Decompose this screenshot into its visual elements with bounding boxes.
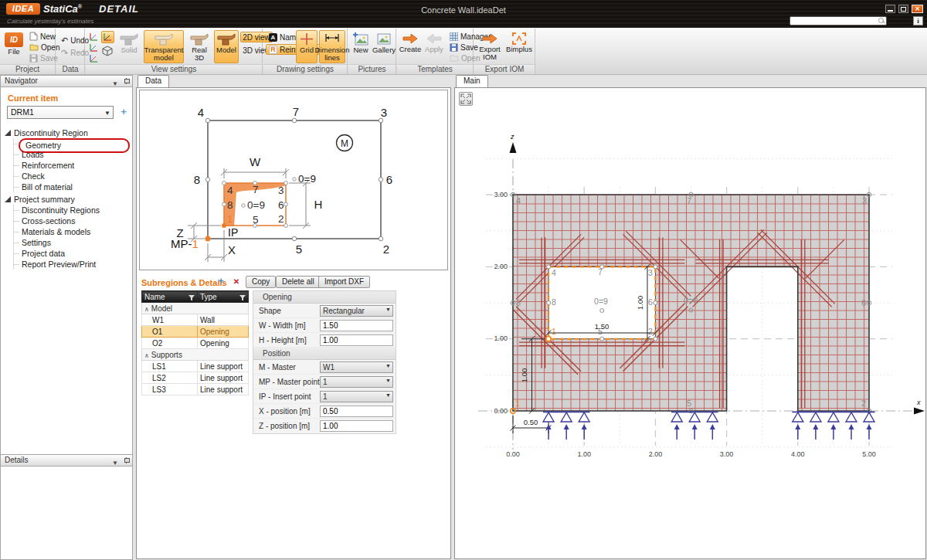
- ribbon: ID File New Open Save Project ↶ Undo: [0, 28, 927, 75]
- shape-select[interactable]: Rectangular▼: [320, 305, 393, 317]
- model-view-button[interactable]: Model: [214, 30, 239, 63]
- expander-icon[interactable]: [4, 196, 12, 202]
- z-position-input[interactable]: [320, 420, 393, 432]
- close-button[interactable]: ✕: [912, 5, 923, 13]
- filter-icon[interactable]: [239, 295, 246, 301]
- details-dropdown-icon[interactable]: ▼: [112, 458, 118, 469]
- reinforcement-icon: R: [269, 46, 277, 54]
- master-point-marker[interactable]: [205, 236, 211, 242]
- table-row-ls2[interactable]: LS2Line support: [142, 372, 249, 384]
- table-row-ls3[interactable]: LS3Line support: [142, 384, 249, 395]
- svg-text:6: 6: [861, 298, 866, 307]
- table-row-o1-selected[interactable]: O1Opening: [142, 326, 249, 338]
- table-row-ls1[interactable]: LS1Line support: [142, 361, 249, 372]
- svg-text:1: 1: [227, 213, 233, 225]
- isometric-cube-icon[interactable]: [102, 46, 113, 59]
- tree-item-settings[interactable]: Settings: [14, 237, 130, 248]
- shape-label: Shape: [259, 307, 281, 315]
- bimplus-button[interactable]: Bimplus: [505, 30, 533, 63]
- column-header-type[interactable]: Type: [198, 291, 249, 303]
- expander-icon[interactable]: [4, 130, 12, 136]
- collapse-icon[interactable]: ∧: [144, 306, 149, 313]
- tree-item-materials-models[interactable]: Materials & models: [14, 226, 130, 237]
- table-header-row: Name Type: [142, 291, 249, 303]
- x-tick-labels: 0.00 1.00 2.00 3.00 4.00 5.00: [506, 450, 876, 458]
- master-point-select[interactable]: 1▼: [320, 376, 393, 388]
- tab-main[interactable]: Main: [456, 75, 488, 88]
- delete-all-button[interactable]: Delete all: [276, 276, 321, 288]
- svg-text:6: 6: [386, 173, 392, 186]
- tree-node-project-summary[interactable]: Project summary: [4, 194, 130, 205]
- delete-subregion-button[interactable]: ✕: [229, 276, 243, 288]
- data-tabstrip: Data: [135, 75, 452, 88]
- copy-button[interactable]: Copy: [246, 276, 276, 288]
- schematic-dim-x-label: X: [228, 243, 236, 256]
- axes-view-selected-icon[interactable]: [101, 31, 114, 43]
- apply-template-button[interactable]: Apply: [423, 30, 446, 63]
- search-input[interactable]: [792, 17, 875, 25]
- svg-text:4: 4: [198, 106, 204, 119]
- insert-point-select[interactable]: 1▼: [320, 391, 393, 402]
- o1-insert-point-marker[interactable]: [546, 337, 551, 341]
- search-box: [789, 16, 887, 25]
- tree-item-check[interactable]: Check: [14, 171, 130, 182]
- info-button[interactable]: i: [913, 16, 923, 25]
- current-item-label: Current item: [8, 93, 58, 103]
- tree-item-reinforcement[interactable]: Reinforcement: [14, 160, 130, 171]
- new-picture-icon: [353, 32, 368, 46]
- insert-point-marker[interactable]: [222, 223, 226, 228]
- master-select[interactable]: W1▼: [320, 361, 393, 373]
- maximize-button[interactable]: [898, 5, 908, 13]
- subregions-table: Name Type ∧Model W1Wall O1Opening O2Open…: [141, 290, 249, 395]
- document-title: Concrete Wall.ideaDet: [0, 5, 927, 15]
- new-project-button[interactable]: New: [26, 31, 59, 42]
- tree-item-loads[interactable]: Loads: [14, 149, 130, 160]
- width-input[interactable]: [320, 320, 393, 331]
- save-floppy-icon: [29, 54, 38, 63]
- group-row-model[interactable]: ∧Model: [142, 303, 249, 314]
- ribbon-group-templates: Create Apply Manager Save Open Templates: [397, 29, 474, 74]
- group-label-project: Project: [0, 64, 55, 74]
- svg-text:5: 5: [253, 214, 259, 226]
- dimension-lines-toggle-button[interactable]: Dimension lines: [319, 30, 345, 63]
- tree-node-discontinuity-region[interactable]: Discontinuity Region: [4, 127, 130, 138]
- group-row-supports[interactable]: ∧Supports: [142, 349, 249, 361]
- new-picture-button[interactable]: New: [350, 30, 372, 63]
- transparent-model-button[interactable]: Transparent model: [144, 30, 184, 63]
- real-3d-button[interactable]: Real 3D: [186, 30, 212, 63]
- gallery-button[interactable]: Gallery: [373, 30, 395, 63]
- add-region-button[interactable]: +: [117, 107, 130, 118]
- tree-item-geometry[interactable]: Geometry: [14, 138, 130, 149]
- tree-item-report-preview-print[interactable]: Report Preview/Print: [14, 259, 130, 270]
- details-header: Details ▼: [1, 455, 132, 467]
- x-position-input[interactable]: [320, 406, 393, 417]
- create-template-button[interactable]: Create: [399, 30, 422, 63]
- add-subregion-button[interactable]: +: [214, 276, 228, 288]
- property-row-shape: Shape Rectangular▼: [253, 304, 396, 318]
- export-iom-button[interactable]: Export IOM: [476, 30, 504, 63]
- file-button[interactable]: ID File: [3, 30, 25, 63]
- tab-data[interactable]: Data: [138, 75, 169, 88]
- collapse-icon[interactable]: ∧: [144, 352, 149, 359]
- tree-item-project-data[interactable]: Project data: [14, 248, 130, 259]
- tree-item-discontinuity-regions[interactable]: Discontinuity Regions: [14, 205, 130, 216]
- navigator-pin-icon[interactable]: [124, 78, 129, 85]
- height-input[interactable]: [320, 334, 393, 346]
- column-header-name[interactable]: Name: [142, 291, 198, 303]
- minimize-button[interactable]: [885, 5, 895, 13]
- current-item-combobox[interactable]: DRM1 ▼: [7, 106, 114, 119]
- group-header-opening: Opening: [253, 291, 396, 304]
- tree-item-cross-sections[interactable]: Cross-sections: [14, 216, 130, 226]
- property-row-x-position: X - position [m]: [253, 404, 396, 419]
- filter-icon[interactable]: [188, 295, 195, 301]
- details-pin-icon[interactable]: [124, 457, 129, 464]
- table-row-o2[interactable]: O2Opening: [142, 338, 249, 349]
- solid-view-button[interactable]: Solid: [117, 30, 141, 63]
- table-row-w1[interactable]: W1Wall: [142, 314, 249, 326]
- svg-text:3: 3: [278, 185, 284, 196]
- import-dxf-button[interactable]: Import DXF: [318, 276, 370, 288]
- line-supports[interactable]: [543, 412, 875, 440]
- z-position-label: Z - position [m]: [259, 422, 310, 430]
- tree-item-bill-of-material[interactable]: Bill of material: [14, 182, 130, 192]
- navigator-body: Current item DRM1 ▼ + Discontinuity Regi…: [1, 87, 132, 379]
